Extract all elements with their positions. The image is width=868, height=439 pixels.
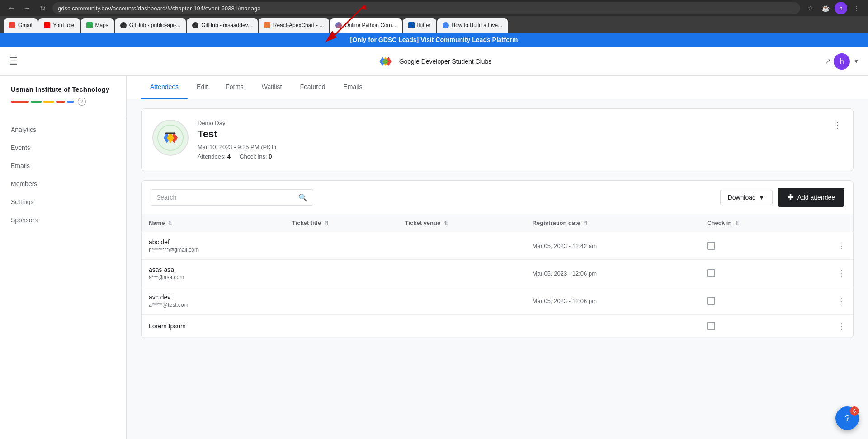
tab-edit[interactable]: Edit bbox=[188, 76, 217, 99]
how-favicon bbox=[443, 22, 449, 28]
row1-more-button[interactable]: ⋮ bbox=[803, 232, 853, 260]
row3-check-in-checkbox[interactable] bbox=[707, 297, 715, 305]
row1-ticket-venue bbox=[398, 232, 525, 260]
bookmark-button[interactable]: ☆ bbox=[804, 2, 816, 14]
help-bubble[interactable]: 6 ? bbox=[835, 406, 859, 430]
browser-actions: ☆ ☕ h ⋮ bbox=[804, 2, 863, 14]
search-box[interactable]: 🔍 bbox=[151, 189, 313, 206]
row2-check-in-cell bbox=[700, 260, 803, 287]
sidebar-emails-label: Emails bbox=[11, 162, 30, 169]
row4-check-in-checkbox[interactable] bbox=[707, 322, 715, 330]
back-button[interactable]: ← bbox=[5, 2, 18, 14]
row1-name: abc def bbox=[149, 238, 278, 246]
header-user-avatar[interactable]: h bbox=[834, 53, 850, 70]
sidebar-analytics-label: Analytics bbox=[11, 126, 36, 133]
row3-more-button[interactable]: ⋮ bbox=[803, 287, 853, 315]
download-button[interactable]: Download ▼ bbox=[720, 190, 773, 205]
tab-forms[interactable]: Forms bbox=[217, 76, 253, 99]
sidebar-item-settings[interactable]: Settings bbox=[0, 193, 126, 211]
tab-youtube[interactable]: YouTube bbox=[38, 18, 80, 33]
sidebar-item-analytics[interactable]: Analytics bbox=[0, 121, 126, 139]
more-button[interactable]: ⋮ bbox=[850, 2, 863, 14]
tab-emails[interactable]: Emails bbox=[335, 76, 372, 99]
event-stats: Attendees: 4 Check ins: 0 bbox=[198, 153, 824, 160]
tab-apex-label: React-ApexChart - ... bbox=[273, 22, 324, 28]
forward-button[interactable]: → bbox=[21, 2, 33, 14]
external-link-icon[interactable]: ↗ bbox=[825, 57, 831, 65]
row4-name-cell: Lorem Ipsum bbox=[142, 315, 285, 338]
sidebar: Usman Institute of Technology ? Analytic… bbox=[0, 76, 127, 439]
col-name: Name ⇅ bbox=[142, 214, 285, 232]
tab-github1-label: GitHub - public-api-... bbox=[129, 22, 180, 28]
browser-nav-buttons: ← → ↻ bbox=[5, 2, 49, 14]
bar-segment-red2 bbox=[56, 101, 65, 103]
row1-check-in-checkbox[interactable] bbox=[707, 242, 715, 250]
reload-button[interactable]: ↻ bbox=[36, 2, 49, 14]
reg-date-sort-icon[interactable]: ⇅ bbox=[584, 220, 588, 226]
table-row: Lorem Ipsum ⋮ bbox=[142, 315, 853, 338]
sidebar-item-events[interactable]: Events bbox=[0, 139, 126, 157]
gdsc-logo-svg bbox=[377, 55, 395, 68]
row4-more-button[interactable]: ⋮ bbox=[803, 315, 853, 338]
extensions-button[interactable]: ☕ bbox=[819, 2, 832, 14]
download-label: Download bbox=[728, 194, 756, 201]
leads-banner[interactable]: [Only for GDSC Leads] Visit Community Le… bbox=[0, 33, 868, 47]
maps-favicon bbox=[86, 22, 93, 28]
table-row: avc dev a*****@test.com Mar 05, 2023 - 1… bbox=[142, 287, 853, 315]
row2-more-button[interactable]: ⋮ bbox=[803, 260, 853, 287]
help-bubble-badge: 6 bbox=[850, 406, 859, 416]
address-bar[interactable]: gdsc.community.dev/accounts/dashboard/#/… bbox=[52, 2, 800, 14]
row1-email: h********@gmail.com bbox=[149, 247, 278, 253]
tab-waitlist[interactable]: Waitlist bbox=[253, 76, 291, 99]
sidebar-item-members[interactable]: Members bbox=[0, 175, 126, 193]
avatar-dropdown-arrow[interactable]: ▼ bbox=[854, 58, 859, 65]
sidebar-item-sponsors[interactable]: Sponsors bbox=[0, 211, 126, 229]
tab-apex[interactable]: React-ApexChart - ... bbox=[259, 18, 330, 33]
ticket-title-sort-icon[interactable]: ⇅ bbox=[325, 220, 329, 226]
add-attendee-button[interactable]: ✚ Add attendee bbox=[778, 188, 844, 207]
col-check-in-label: Check in bbox=[707, 220, 731, 226]
tab-attendees[interactable]: Attendees bbox=[141, 76, 188, 99]
row2-name: asas asa bbox=[149, 266, 278, 273]
download-chevron-icon: ▼ bbox=[759, 194, 765, 201]
col-ticket-title-label: Ticket title bbox=[292, 220, 321, 226]
sidebar-settings-label: Settings bbox=[11, 198, 34, 205]
row3-reg-date: Mar 05, 2023 - 12:06 pm bbox=[525, 287, 700, 315]
add-attendee-label: Add attendee bbox=[797, 194, 835, 201]
check-in-sort-icon[interactable]: ⇅ bbox=[735, 220, 739, 226]
browser-tabs-bar: Gmail YouTube Maps GitHub - public-api-.… bbox=[0, 16, 868, 33]
row3-name-cell: avc dev a*****@test.com bbox=[142, 287, 285, 315]
progress-help-icon[interactable]: ? bbox=[78, 98, 86, 106]
org-name: Usman Institute of Technology bbox=[0, 85, 126, 98]
tab-flutter[interactable]: flutter bbox=[403, 18, 436, 33]
tab-how-label: How to Build a Live... bbox=[452, 22, 503, 28]
tab-how[interactable]: How to Build a Live... bbox=[437, 18, 508, 33]
tab-github2[interactable]: GitHub - msaaddev... bbox=[187, 18, 258, 33]
ticket-venue-sort-icon[interactable]: ⇅ bbox=[444, 220, 448, 226]
banner-text: [Only for GDSC Leads] Visit Community Le… bbox=[350, 36, 518, 43]
event-card: Demo Day Test Mar 10, 2023 - 9:25 PM (PK… bbox=[152, 120, 842, 160]
tab-gmail[interactable]: Gmail bbox=[4, 18, 38, 33]
row3-email: a*****@test.com bbox=[149, 302, 278, 308]
tab-gdsc-active[interactable]: Online Python Com... bbox=[330, 18, 401, 33]
row2-email: a***@asa.com bbox=[149, 274, 278, 280]
attendees-section: 🔍 Download ▼ ✚ Add attendee bbox=[141, 180, 854, 338]
sidebar-item-emails[interactable]: Emails bbox=[0, 157, 126, 175]
row1-check-in-cell bbox=[700, 232, 803, 260]
col-registration-date: Registration date ⇅ bbox=[525, 214, 700, 232]
event-more-button[interactable]: ⋮ bbox=[833, 120, 842, 131]
tab-featured[interactable]: Featured bbox=[291, 76, 334, 99]
row2-check-in-checkbox[interactable] bbox=[707, 269, 715, 277]
event-category: Demo Day bbox=[198, 120, 824, 126]
github2-favicon bbox=[192, 22, 198, 28]
attendees-table: Name ⇅ Ticket title ⇅ Ticket venue ⇅ bbox=[142, 214, 853, 338]
event-card-section: Demo Day Test Mar 10, 2023 - 9:25 PM (PK… bbox=[141, 108, 854, 171]
checkins-count: 0 bbox=[269, 153, 272, 160]
name-sort-icon[interactable]: ⇅ bbox=[168, 220, 172, 226]
hamburger-menu[interactable]: ☰ bbox=[9, 56, 18, 67]
browser-profile-avatar[interactable]: h bbox=[835, 2, 847, 14]
tab-github1[interactable]: GitHub - public-api-... bbox=[115, 18, 186, 33]
flutter-favicon bbox=[408, 22, 415, 28]
search-input[interactable] bbox=[156, 194, 295, 201]
tab-maps[interactable]: Maps bbox=[81, 18, 114, 33]
